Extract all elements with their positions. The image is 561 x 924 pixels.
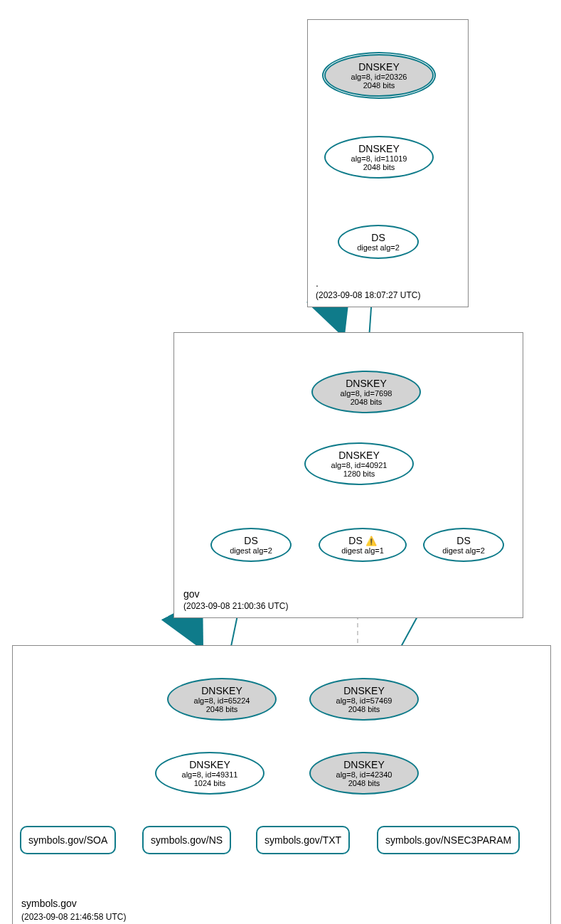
rr-txt: symbols.gov/TXT [256,826,350,854]
rr-nsec3param: symbols.gov/NSEC3PARAM [377,826,520,854]
warning-icon: ⚠️ [365,536,377,546]
node-sym-ksk1: DNSKEY alg=8, id=65224 2048 bits [167,678,277,721]
node-sub2: 2048 bits [363,81,395,90]
node-sym-zsk: DNSKEY alg=8, id=49311 1024 bits [155,752,265,795]
zone-root-ts: (2023-09-08 18:07:27 UTC) [316,290,420,300]
node-gov-ds3: DS digest alg=2 [423,528,504,562]
node-root-ds: DS digest alg=2 [338,225,419,259]
node-sym-k3: DNSKEY alg=8, id=42340 2048 bits [309,752,419,795]
node-gov-zsk: DNSKEY alg=8, id=40921 1280 bits [304,442,414,485]
node-gov-ds2: DS ⚠️ digest alg=1 [319,528,407,562]
zone-root-label: . [316,277,319,289]
node-root-zsk: DNSKEY alg=8, id=11019 2048 bits [324,136,434,179]
node-root-ksk: DNSKEY alg=8, id=20326 2048 bits [324,54,434,97]
node-sym-ksk2: DNSKEY alg=8, id=57469 2048 bits [309,678,419,721]
node-gov-ds1: DS digest alg=2 [210,528,292,562]
zone-gov-label: gov [183,588,200,600]
node-sub1: alg=8, id=20326 [351,73,407,81]
zone-symbols-ts: (2023-09-08 21:46:58 UTC) [21,912,126,922]
zone-symbols [12,645,551,924]
rr-soa: symbols.gov/SOA [20,826,116,854]
node-title: DNSKEY [358,61,400,73]
node-gov-ksk: DNSKEY alg=8, id=7698 2048 bits [311,371,421,413]
zone-gov-ts: (2023-09-08 21:00:36 UTC) [183,601,288,611]
zone-symbols-label: symbols.gov [21,898,77,909]
rr-ns: symbols.gov/NS [142,826,231,854]
